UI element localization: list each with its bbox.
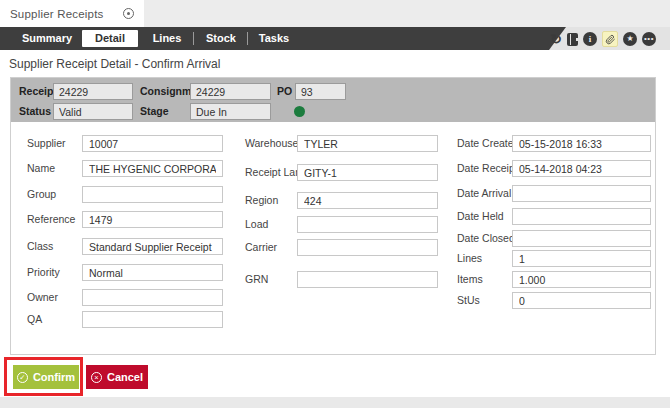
- qa-label: QA: [27, 311, 42, 328]
- circled-dot-icon[interactable]: [123, 8, 134, 19]
- lines-label: Lines: [457, 250, 482, 267]
- stus-label: StUs: [457, 292, 480, 309]
- confirm-button-label: Confirm: [33, 371, 75, 383]
- po-field[interactable]: [295, 83, 346, 100]
- info-icon[interactable]: i: [583, 32, 597, 46]
- date-arrival-label: Date Arrival: [457, 185, 511, 202]
- region-label: Region: [245, 192, 278, 209]
- stage-label: Stage: [140, 103, 169, 120]
- grn-field[interactable]: [297, 271, 438, 288]
- page-title: Supplier Receipt Detail - Confirm Arriva…: [9, 57, 220, 71]
- status-indicator-dot: [294, 106, 305, 117]
- date-created-field[interactable]: [512, 135, 651, 152]
- po-label: PO: [277, 83, 292, 100]
- tab-detail[interactable]: Detail: [82, 30, 138, 47]
- toolbar-icons: ↻ i ★ •••: [550, 31, 656, 47]
- ellipsis-glyph: •••: [644, 35, 654, 43]
- date-closed-label: Date Closed: [457, 230, 515, 247]
- more-options-icon[interactable]: •••: [642, 32, 656, 46]
- star-glyph: ★: [626, 35, 633, 43]
- nav-tab-bar: Summary Detail Lines Stock Tasks: [0, 27, 566, 50]
- tab-tasks[interactable]: Tasks: [254, 27, 294, 50]
- date-created-label: Date Created: [457, 135, 519, 152]
- footer-strip: [0, 397, 670, 408]
- date-held-label: Date Held: [457, 208, 504, 225]
- supplier-label: Supplier: [27, 135, 66, 152]
- date-arrival-field[interactable]: [512, 185, 651, 202]
- document-tab-title: Supplier Receipts: [10, 8, 104, 20]
- status-label: Status: [19, 103, 51, 120]
- class-label: Class: [27, 238, 53, 255]
- tab-separator: [193, 32, 194, 45]
- class-field[interactable]: [82, 238, 223, 255]
- carrier-field[interactable]: [297, 239, 438, 256]
- date-closed-field[interactable]: [512, 230, 651, 247]
- qa-field[interactable]: [82, 311, 223, 328]
- items-field[interactable]: [512, 271, 651, 288]
- group-field[interactable]: [82, 186, 223, 203]
- reference-label: Reference: [27, 211, 75, 228]
- confirm-button[interactable]: ✓ Confirm: [13, 365, 79, 389]
- receipt-field[interactable]: [53, 83, 133, 100]
- info-glyph: i: [589, 34, 592, 44]
- cancel-button[interactable]: × Cancel: [86, 365, 148, 389]
- favorites-icon[interactable]: ★: [623, 32, 637, 46]
- supplier-field[interactable]: [82, 135, 223, 152]
- receipt-lane-field[interactable]: [297, 164, 438, 181]
- owner-label: Owner: [27, 289, 58, 306]
- stage-field[interactable]: [190, 103, 271, 120]
- x-circle-icon: ×: [91, 372, 102, 383]
- document-tab-supplier-receipts[interactable]: Supplier Receipts: [0, 0, 144, 27]
- date-receipt-label: Date Receipt: [457, 160, 518, 177]
- receipt-label: Receipt: [19, 83, 57, 100]
- priority-label: Priority: [27, 264, 60, 281]
- stus-field[interactable]: [512, 292, 651, 309]
- region-field[interactable]: [297, 192, 438, 209]
- check-circle-icon: ✓: [17, 372, 28, 383]
- name-field[interactable]: [82, 160, 223, 177]
- paperclip-icon: [605, 34, 616, 45]
- date-held-field[interactable]: [512, 208, 651, 225]
- tab-summary[interactable]: Summary: [22, 27, 72, 50]
- top-tab-strip: Supplier Receipts: [0, 0, 670, 27]
- lines-field[interactable]: [512, 250, 651, 267]
- toolbar: Summary Detail Lines Stock Tasks ↻ i ★ •…: [0, 27, 670, 50]
- refresh-icon[interactable]: ↻: [550, 33, 562, 46]
- attachment-icon[interactable]: [602, 31, 618, 47]
- name-label: Name: [27, 160, 55, 177]
- notebook-icon[interactable]: [567, 33, 578, 46]
- tab-stock[interactable]: Stock: [201, 27, 241, 50]
- cancel-button-label: Cancel: [107, 371, 143, 383]
- owner-field[interactable]: [82, 289, 223, 306]
- items-label: Items: [457, 271, 483, 288]
- carrier-label: Carrier: [245, 239, 277, 256]
- tab-lines[interactable]: Lines: [147, 27, 187, 50]
- load-label: Load: [245, 216, 268, 233]
- status-field[interactable]: [53, 103, 133, 120]
- date-receipt-field[interactable]: [512, 160, 651, 177]
- priority-field[interactable]: [82, 264, 223, 281]
- grn-label: GRN: [245, 271, 268, 288]
- group-label: Group: [27, 186, 56, 203]
- warehouse-field[interactable]: [297, 135, 438, 152]
- tab-separator: [247, 32, 248, 45]
- consignment-field[interactable]: [190, 83, 271, 100]
- reference-field[interactable]: [82, 211, 223, 228]
- receipt-summary-panel: Receipt Consignment PO Status Stage: [11, 78, 655, 122]
- load-field[interactable]: [297, 216, 438, 233]
- detail-content-area: Receipt Consignment PO Status Stage Supp…: [10, 77, 656, 355]
- warehouse-label: Warehouse: [245, 135, 298, 152]
